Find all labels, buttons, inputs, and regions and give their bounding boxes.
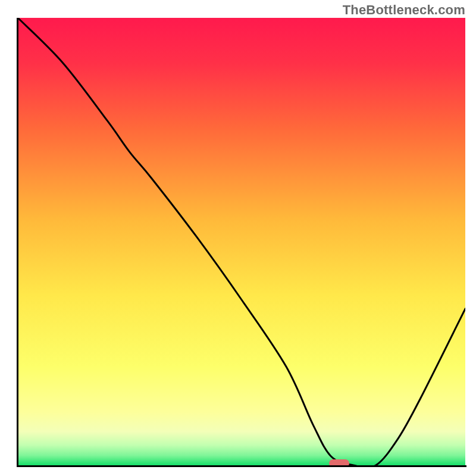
chart-container: TheBottleneck.com <box>0 0 476 476</box>
y-axis <box>17 18 18 466</box>
bottleneck-curve <box>18 18 465 465</box>
plot-area <box>18 18 465 465</box>
watermark-text: TheBottleneck.com <box>343 2 465 18</box>
optimal-marker <box>329 459 349 466</box>
x-axis <box>17 465 466 467</box>
